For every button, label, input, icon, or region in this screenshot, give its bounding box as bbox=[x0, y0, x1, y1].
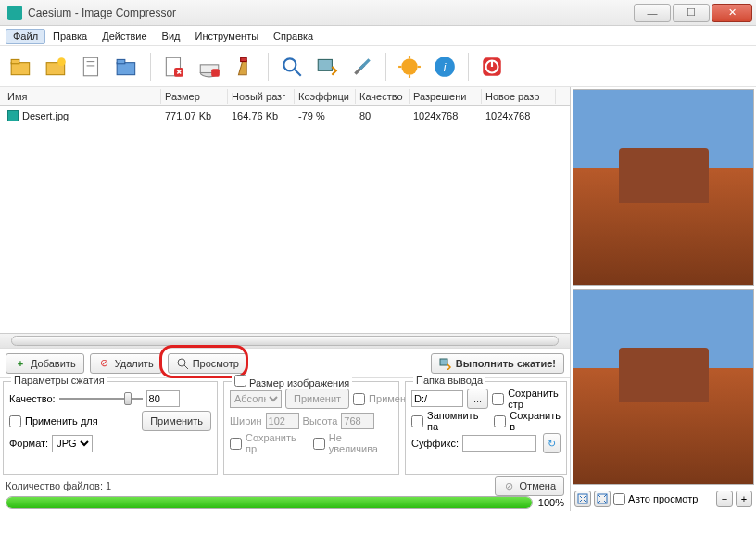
svg-text:i: i bbox=[444, 61, 447, 74]
svg-rect-14 bbox=[241, 57, 247, 61]
menu-edit[interactable]: Правка bbox=[45, 29, 94, 44]
col-res[interactable]: Разрешени bbox=[410, 89, 482, 104]
quality-label: Качество: bbox=[9, 393, 56, 404]
magnifier-icon bbox=[176, 357, 189, 370]
cell-name: Desert.jpg bbox=[22, 110, 69, 121]
fit-window-icon[interactable] bbox=[574, 491, 591, 507]
compress-button[interactable]: Выполнить сжатие! bbox=[431, 353, 564, 374]
add-button[interactable]: +Добавить bbox=[6, 353, 84, 374]
svg-point-28 bbox=[178, 359, 185, 366]
resize-enable-checkbox[interactable] bbox=[234, 375, 246, 387]
file-count-label: Количество файлов: bbox=[6, 480, 103, 491]
col-ratio[interactable]: Коэффици bbox=[295, 89, 356, 104]
apply-all-checkbox[interactable] bbox=[9, 415, 21, 427]
window-title: Caesium - Image Compressor bbox=[28, 6, 634, 19]
preview-button[interactable]: Просмотр bbox=[168, 353, 247, 374]
title-bar: Caesium - Image Compressor — ☐ ✕ bbox=[0, 0, 756, 26]
output-title: Папка вывода bbox=[413, 375, 485, 386]
quality-slider[interactable] bbox=[59, 392, 143, 405]
col-name[interactable]: Имя bbox=[4, 89, 161, 104]
format-select[interactable]: JPG bbox=[52, 435, 93, 452]
info-icon[interactable]: i bbox=[429, 51, 460, 83]
cell-ratio: -79 % bbox=[295, 108, 356, 123]
zoom-out-icon[interactable]: − bbox=[716, 491, 733, 507]
remove-button[interactable]: ⊘Удалить bbox=[90, 353, 162, 374]
open-folder-icon[interactable] bbox=[41, 51, 72, 83]
horizontal-scrollbar[interactable] bbox=[0, 333, 570, 348]
progress-bar bbox=[6, 496, 533, 509]
compression-group: Параметры сжатия Качество: Применить для… bbox=[3, 381, 218, 475]
col-quality[interactable]: Качество bbox=[356, 89, 410, 104]
app-icon bbox=[7, 6, 22, 20]
update-icon[interactable] bbox=[394, 51, 425, 83]
settings-icon[interactable] bbox=[346, 51, 378, 83]
open-file-icon[interactable] bbox=[6, 51, 37, 83]
auto-preview-label: Авто просмотр bbox=[628, 493, 698, 504]
svg-rect-13 bbox=[211, 69, 220, 77]
svg-rect-0 bbox=[11, 62, 30, 74]
list-actions: +Добавить ⊘Удалить Просмотр Выполнить сж… bbox=[0, 348, 570, 377]
save-in-checkbox[interactable] bbox=[494, 415, 506, 427]
svg-rect-31 bbox=[578, 494, 587, 503]
col-newsize[interactable]: Новый разг bbox=[228, 89, 295, 104]
menu-tools[interactable]: Инструменты bbox=[187, 29, 266, 44]
svg-rect-7 bbox=[117, 62, 135, 74]
suffix-input[interactable] bbox=[462, 435, 536, 452]
svg-rect-1 bbox=[11, 59, 19, 63]
preview-pane: Авто просмотр − + bbox=[571, 87, 756, 511]
resize-title: Размер изображения bbox=[249, 377, 349, 389]
compress-icon[interactable] bbox=[311, 51, 343, 83]
auto-preview-checkbox[interactable] bbox=[613, 493, 625, 505]
quality-input[interactable] bbox=[146, 390, 180, 407]
resize-apply-button[interactable]: Применит bbox=[285, 389, 349, 409]
resize-apply-checkbox[interactable] bbox=[353, 393, 365, 405]
actual-size-icon[interactable] bbox=[594, 491, 611, 507]
refresh-icon: ↻ bbox=[548, 438, 556, 450]
progress-percent: 100% bbox=[538, 497, 570, 508]
table-row[interactable]: Desert.jpg 771.07 Kb 164.76 Kb -79 % 80 … bbox=[0, 106, 570, 126]
reset-suffix-button[interactable]: ↻ bbox=[543, 433, 561, 453]
preview-original[interactable] bbox=[573, 89, 754, 286]
col-newres[interactable]: Новое разр bbox=[482, 89, 556, 104]
svg-rect-30 bbox=[440, 359, 447, 365]
remove-from-disk-icon[interactable] bbox=[194, 51, 225, 83]
remove-item-icon[interactable] bbox=[158, 51, 190, 83]
preview-icon[interactable] bbox=[276, 51, 308, 83]
file-list[interactable]: Desert.jpg 771.07 Kb 164.76 Kb -79 % 80 … bbox=[0, 106, 570, 333]
width-input[interactable] bbox=[266, 413, 299, 429]
minimize-button[interactable]: — bbox=[634, 4, 671, 22]
open-list-icon[interactable] bbox=[76, 51, 107, 83]
output-path-input[interactable] bbox=[411, 390, 463, 407]
resize-mode-select[interactable]: Абсолн bbox=[230, 390, 282, 408]
cancel-button[interactable]: ⊘Отмена bbox=[495, 476, 564, 496]
toolbar: i bbox=[0, 46, 756, 87]
menu-action[interactable]: Действие bbox=[94, 29, 154, 44]
height-label: Высота bbox=[303, 415, 338, 427]
svg-line-16 bbox=[295, 70, 301, 76]
apply-button[interactable]: Применить bbox=[142, 411, 211, 431]
plus-icon: + bbox=[14, 357, 27, 370]
height-input[interactable] bbox=[341, 413, 374, 429]
keep-ratio-checkbox[interactable] bbox=[230, 438, 242, 450]
remember-path-checkbox[interactable] bbox=[411, 415, 423, 427]
zoom-in-icon[interactable]: + bbox=[736, 491, 752, 507]
svg-point-15 bbox=[284, 58, 296, 70]
menu-file[interactable]: Файл bbox=[6, 29, 45, 44]
browse-button[interactable]: ... bbox=[467, 389, 488, 409]
save-list-icon[interactable] bbox=[111, 51, 143, 83]
close-button[interactable]: ✕ bbox=[712, 4, 752, 22]
exit-icon[interactable] bbox=[476, 51, 508, 83]
menu-help[interactable]: Справка bbox=[266, 29, 321, 44]
preview-compressed[interactable] bbox=[573, 289, 754, 486]
svg-rect-4 bbox=[83, 57, 97, 76]
keep-structure-checkbox[interactable] bbox=[492, 393, 504, 405]
col-size[interactable]: Размер bbox=[161, 89, 228, 104]
maximize-button[interactable]: ☐ bbox=[673, 4, 710, 22]
clear-list-icon[interactable] bbox=[229, 51, 260, 83]
resize-group: Размер изображения Абсолн Применит Приме… bbox=[223, 381, 399, 475]
apply-all-label: Применить для bbox=[25, 415, 98, 427]
menu-view[interactable]: Вид bbox=[155, 29, 188, 44]
no-enlarge-checkbox[interactable] bbox=[313, 438, 325, 450]
cancel-icon: ⊘ bbox=[503, 479, 516, 492]
svg-line-29 bbox=[184, 365, 188, 369]
